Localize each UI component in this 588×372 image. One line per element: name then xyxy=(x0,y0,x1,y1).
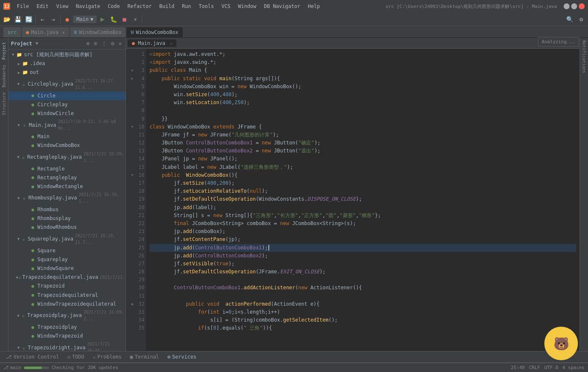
menu-code[interactable]: Code xyxy=(105,3,123,10)
progress-bar xyxy=(24,367,49,369)
tree-windowrectangle[interactable]: ● WindowRectangle xyxy=(8,182,126,191)
tree-windowtrapezoid[interactable]: ● WindowTrapezoid xyxy=(8,332,126,341)
tree-idea[interactable]: ▶ 📁 .idea xyxy=(8,59,126,68)
tree-circleplay-java[interactable]: ▼ ☕ Circleplay.java 2021/7/21 16:27, 11.… xyxy=(8,77,126,92)
bookmarks-side-tab[interactable]: Bookmarks xyxy=(1,62,7,90)
menu-refactor[interactable]: Refactor xyxy=(124,3,155,10)
tree-windowcircle[interactable]: ● WindowCircle xyxy=(8,109,126,118)
git-branch-status[interactable]: ⎇ main xyxy=(3,365,21,370)
tree-root[interactable]: ▼ 📁 src [规则几何图形问题求解] xyxy=(8,50,126,59)
open-file-button[interactable]: 📂 xyxy=(2,14,12,24)
tree-rectangleplay-cls[interactable]: ● Rectangleplay xyxy=(8,173,126,182)
debug-button[interactable]: 🐛 xyxy=(108,14,118,24)
show-options-button[interactable]: ⋮ xyxy=(100,40,108,47)
tab-main-java-close[interactable]: × xyxy=(62,30,65,35)
collapse-all-button[interactable]: ≡ xyxy=(93,40,99,47)
tree-windowtrapezoidequilateral[interactable]: ● WindowTrapezoidequilateral xyxy=(8,300,126,309)
services-tab[interactable]: ⚙ Services xyxy=(163,353,201,361)
rect-file-icon: ☕ xyxy=(21,154,26,161)
tree-trapezoidright-java[interactable]: ▼ ☕ Trapezoidright.java 2021/7/21 16:31.… xyxy=(8,341,126,351)
tree-circleplay-cls[interactable]: ● Circleplay xyxy=(8,100,126,109)
encoding[interactable]: UTF-8 xyxy=(544,365,558,370)
menu-run[interactable]: Run xyxy=(178,3,194,10)
notifications-tab[interactable]: Notifications xyxy=(581,38,587,76)
tree-circle[interactable]: ● Circle xyxy=(8,92,126,100)
tree-squareplay-cls[interactable]: ● Squareplay xyxy=(8,255,126,264)
close-sidebar-button[interactable]: × xyxy=(117,40,123,47)
menu-help[interactable]: Help xyxy=(304,3,323,10)
tree-windowcombobox[interactable]: ● WindowComboBox xyxy=(8,141,126,150)
version-control-tab[interactable]: ⎇ Version Control xyxy=(2,353,63,361)
stop-button[interactable]: ■ xyxy=(119,14,129,24)
sync-button[interactable]: 🔄 xyxy=(24,14,34,24)
tree-rhombusplay-cls[interactable]: ● Rhombusplay xyxy=(8,214,126,223)
trapezoid-icon: ● xyxy=(29,283,36,290)
run-config-dropdown[interactable]: Main ▼ xyxy=(73,16,97,23)
tree-rhombus[interactable]: ● Rhombus xyxy=(8,205,126,214)
square-icon: ● xyxy=(29,247,36,254)
tab-window-combobox-2[interactable]: W WindowComboBox xyxy=(126,27,182,37)
tree-rhombusplay-java[interactable]: ▼ ☕ Rhombusplay.java 2021/7/21 16:39, 1.… xyxy=(8,191,126,205)
tab-src[interactable]: src xyxy=(3,27,21,37)
settings-icon[interactable]: ⚙ xyxy=(110,40,116,47)
tree-main-java[interactable]: ▼ ☕ Main.java 2022/7/10 0:53, 3.46 kB Mo… xyxy=(8,118,126,132)
menu-edit[interactable]: Edit xyxy=(33,3,52,10)
indent-setting[interactable]: 4 spaces xyxy=(562,365,585,370)
menu-window[interactable]: Window xyxy=(235,3,260,10)
tree-out[interactable]: ▶ 📁 out xyxy=(8,68,126,77)
left-side-tabs: Project Bookmarks Structure xyxy=(0,38,8,351)
code-line-7: win.setLocation(400,250); xyxy=(150,99,576,107)
tab-window-combobox-1[interactable]: W WindowComboBox xyxy=(70,27,126,37)
tree-windowsquare[interactable]: ● WindowSquare xyxy=(8,264,126,273)
todo-tab[interactable]: ☑ TODO xyxy=(63,353,88,361)
menu-file[interactable]: File xyxy=(13,3,32,10)
search-everywhere-button[interactable]: 🔍 xyxy=(564,14,575,24)
cursor-position[interactable]: 25:40 xyxy=(511,365,525,370)
structure-side-tab[interactable]: Structure xyxy=(1,90,7,118)
tree-rectangle[interactable]: ● Rectangle xyxy=(8,165,126,173)
rhombus-arrow-icon: ▼ xyxy=(16,195,21,201)
ln-12: 12 xyxy=(126,139,146,147)
problems-tab[interactable]: ⚠ Problems xyxy=(89,353,126,361)
editor-tab-main-java[interactable]: ● Main.java × xyxy=(128,39,176,47)
tree-trapezoidplay-java[interactable]: ▼ ☕ Trapezoidplay.java 2021/7/21 16:09, … xyxy=(8,309,126,323)
menu-dbnavigator[interactable]: DB Navigator xyxy=(260,3,304,10)
tree-squareplay-java[interactable]: ▼ ☕ Squareplay.java 2021/7/21 16:29, 11.… xyxy=(8,232,126,246)
tree-square[interactable]: ● Square xyxy=(8,246,126,255)
tree-rectangleplay-java[interactable]: ▼ ☕ Rectangleplay.java 2021/7/21 16:39, … xyxy=(8,150,126,165)
settings-button[interactable]: ⚙ xyxy=(576,14,586,24)
sidebar-title: Project xyxy=(11,41,32,47)
forward-button[interactable]: → xyxy=(48,14,58,24)
code-line-2: ⊖import javax.swing.*; xyxy=(150,58,576,66)
editor-tab-close[interactable]: × xyxy=(170,42,172,46)
ln-5: 5 xyxy=(126,83,146,91)
maximize-button[interactable]: □ xyxy=(571,3,577,9)
trapezoidequilateral-file-icon: ☕ xyxy=(18,274,21,281)
locate-in-tree-button[interactable]: ⊕ xyxy=(85,40,91,47)
tree-windowrhombus[interactable]: ● WindowRhombus xyxy=(8,223,126,232)
tree-main-cls[interactable]: ● Main xyxy=(8,132,126,141)
terminal-tab[interactable]: ▣ Terminal xyxy=(126,353,163,361)
back-button[interactable]: ← xyxy=(37,14,47,24)
ln-25: 25 xyxy=(126,244,146,252)
tree-trapezoidequilateral-cls[interactable]: ● Trapezoidequilateral xyxy=(8,291,126,300)
tree-trapezoidequilateral-java[interactable]: ▼ ☕ Trapezoidequilateral.java 2021/7/21.… xyxy=(8,273,126,282)
tree-trapezoidplay-cls[interactable]: ● Trapezoidplay xyxy=(8,323,126,332)
toolbar-separator-3 xyxy=(142,15,142,24)
menu-tools[interactable]: Tools xyxy=(195,3,217,10)
ln-30: 30 xyxy=(126,284,146,292)
project-side-tab[interactable]: Project xyxy=(1,39,7,62)
save-button[interactable]: 💾 xyxy=(13,14,23,24)
tab-main-java[interactable]: ● Main.java × xyxy=(22,27,69,37)
line-ending[interactable]: CRLF xyxy=(529,365,540,370)
close-button[interactable]: × xyxy=(579,3,585,9)
tree-trapezoid[interactable]: ● Trapezoid xyxy=(8,282,126,291)
menu-navigate[interactable]: Navigate xyxy=(73,3,104,10)
minimize-button[interactable]: ─ xyxy=(564,3,570,9)
code-editor[interactable]: ⊖import java.awt.event.*; ⊖import javax.… xyxy=(146,49,580,351)
menu-view[interactable]: View xyxy=(53,3,72,10)
menu-vcs[interactable]: VCS xyxy=(218,3,234,10)
coverage-button[interactable]: ⚡ xyxy=(130,14,140,24)
menu-build[interactable]: Build xyxy=(156,3,178,10)
run-button[interactable]: ▶ xyxy=(97,14,108,24)
